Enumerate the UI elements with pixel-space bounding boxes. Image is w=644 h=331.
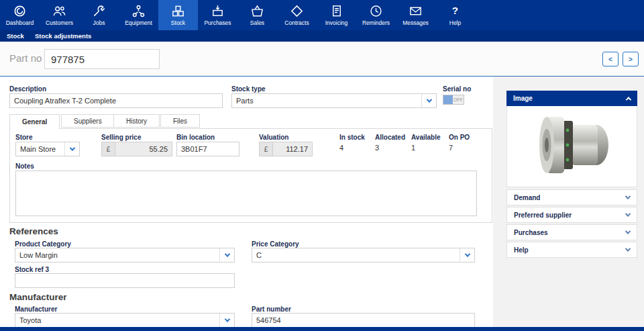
stock-ref3-label: Stock ref 3 (15, 266, 49, 273)
nav-label: Reminders (362, 19, 390, 26)
chevron-down-icon (219, 314, 234, 327)
tab-label: General (22, 118, 47, 126)
product-image-container (506, 106, 637, 187)
stock-type-label: Stock type (231, 85, 266, 93)
dashboard-logo-icon (13, 4, 27, 18)
selling-price-label: Selling price (101, 134, 141, 141)
valuation-currency: £ (259, 142, 272, 156)
section-preferred-supplier[interactable]: Preferred supplier (506, 207, 637, 223)
on-po-label: On PO (449, 134, 470, 141)
nav-label: Dashboard (6, 19, 34, 26)
tab-suppliers[interactable]: Suppliers (61, 114, 115, 128)
tab-label: History (126, 117, 147, 125)
tab-history[interactable]: History (113, 114, 160, 128)
available-label: Available (411, 134, 441, 141)
nav-label: Messages (402, 19, 429, 26)
contracts-diamond-icon (290, 4, 304, 18)
stock-type-value: Parts (232, 97, 421, 105)
bin-location-label: Bin location (176, 134, 215, 141)
nav-label: Stock (171, 19, 185, 26)
nav-item-jobs[interactable]: Jobs (79, 0, 119, 30)
subnav-item-stock[interactable]: Stock (7, 32, 24, 40)
nav-item-messages[interactable]: Messages (396, 0, 435, 30)
serial-no-label: Serial no (443, 85, 471, 93)
bin-location-input[interactable] (176, 142, 239, 156)
nav-item-stock[interactable]: Stock (158, 0, 198, 30)
nav-item-customers[interactable]: Customers (40, 0, 79, 30)
part-header: Part no < > (0, 42, 644, 76)
in-stock-value: 4 (339, 144, 343, 152)
chevron-down-icon (625, 211, 631, 216)
help-label: Help (514, 246, 529, 254)
section-help[interactable]: Help (506, 242, 637, 258)
notes-textarea[interactable] (15, 171, 477, 216)
jobs-wrench-icon (92, 4, 106, 18)
part-no-input[interactable] (44, 49, 160, 69)
toggle-knob (443, 95, 453, 104)
price-category-value: C (252, 251, 460, 259)
product-category-select[interactable]: Low Margin (15, 248, 235, 263)
manufacturer-select[interactable]: Toyota (15, 313, 235, 328)
subnav-item-stock-adjustments[interactable]: Stock adjustments (35, 32, 91, 40)
prev-part-button[interactable]: < (602, 52, 619, 66)
equipment-nodes-icon (131, 4, 146, 18)
demand-label: Demand (514, 194, 540, 201)
stock-ref3-input[interactable] (15, 273, 235, 288)
price-category-label: Price Category (252, 240, 299, 248)
part-number-input[interactable] (252, 313, 475, 328)
allocated-value: 3 (375, 144, 379, 152)
nav-item-dashboard[interactable]: Dashboard (0, 0, 40, 30)
nav-label: Purchases (204, 19, 231, 26)
manufacturer-heading: Manufacturer (9, 292, 67, 302)
purchases-label: Purchases (514, 229, 548, 236)
nav-label: Sales (250, 19, 264, 26)
on-po-value: 7 (449, 144, 453, 152)
section-demand[interactable]: Demand (506, 189, 637, 205)
stock-boxes-icon (171, 4, 185, 18)
stock-type-select[interactable]: Parts (231, 93, 437, 108)
description-label: Description (9, 85, 46, 93)
tab-files[interactable]: Files (160, 114, 200, 128)
sales-basket-icon (250, 4, 264, 18)
price-category-select[interactable]: C (252, 248, 475, 263)
image-section-header[interactable]: Image (506, 91, 637, 106)
tab-label: Files (173, 117, 187, 125)
available-value: 1 (411, 144, 415, 152)
nav-item-invoicing[interactable]: Invoicing (317, 0, 356, 30)
next-part-button[interactable]: > (623, 52, 639, 66)
section-purchases[interactable]: Purchases (506, 224, 637, 240)
nav-label: Invoicing (325, 19, 348, 26)
purchases-inbox-icon (211, 4, 225, 18)
customers-icon (52, 4, 66, 18)
serial-no-toggle[interactable]: off (443, 95, 464, 105)
toggle-state: off (453, 95, 464, 104)
nav-item-sales[interactable]: Sales (237, 0, 277, 30)
tab-general[interactable]: General (9, 114, 60, 129)
image-section-label: Image (513, 95, 533, 102)
references-heading: References (9, 226, 58, 236)
nav-item-contracts[interactable]: Contracts (277, 0, 317, 30)
chevron-down-icon (421, 94, 436, 107)
chevron-down-icon (64, 142, 79, 156)
collapse-chevron-icon (626, 97, 631, 102)
chevron-down-icon (625, 193, 631, 199)
valuation-input (272, 142, 313, 156)
stock-app-window: Dashboard Customers Jobs Equipment Stock… (0, 0, 644, 331)
bottom-bar (0, 327, 644, 331)
product-image (525, 111, 619, 181)
sub-navigation: Stock Stock adjustments (0, 30, 644, 42)
nav-item-help[interactable]: ? Help (435, 0, 475, 30)
invoicing-document-icon (329, 4, 343, 18)
nav-item-reminders[interactable]: Reminders (356, 0, 396, 30)
notes-label: Notes (15, 162, 34, 170)
nav-item-purchases[interactable]: Purchases (198, 0, 237, 30)
product-category-label: Product Category (15, 240, 71, 248)
nav-label: Jobs (93, 19, 105, 26)
description-input[interactable] (9, 93, 223, 108)
selling-price-input[interactable] (115, 142, 172, 156)
nav-item-equipment[interactable]: Equipment (119, 0, 158, 30)
nav-label: Help (449, 19, 461, 26)
store-select[interactable]: Main Store (15, 142, 80, 156)
valuation-label: Valuation (259, 134, 288, 141)
preferred-supplier-label: Preferred supplier (514, 211, 572, 219)
